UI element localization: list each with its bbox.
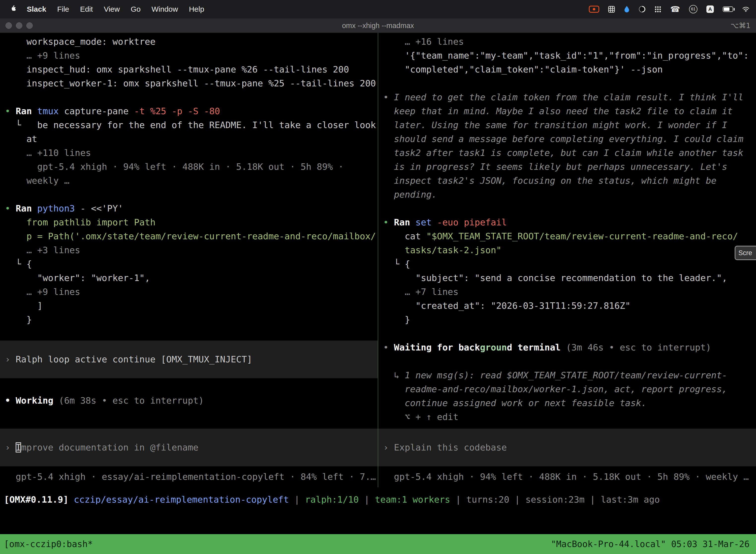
text-segment: session:23m bbox=[525, 494, 584, 505]
wifi-icon[interactable] bbox=[742, 6, 750, 12]
text-segment: } bbox=[383, 315, 410, 325]
terminal-line: } bbox=[0, 313, 378, 327]
text-segment: "subject": "send a concise recommendatio… bbox=[383, 273, 727, 283]
screen: SlackFileEditViewGoWindowHelp bbox=[0, 0, 756, 554]
terminal-line: • Waiting for background terminal (3m 46… bbox=[378, 340, 756, 354]
text-segment: ] bbox=[5, 300, 43, 311]
prompt-row[interactable]: › Improve documentation in @filename bbox=[0, 429, 378, 466]
menu-help[interactable]: Help bbox=[184, 5, 210, 13]
text-segment: task2 after task1 is complete, but can I… bbox=[383, 148, 743, 158]
text-segment: should send a message before completing … bbox=[383, 134, 743, 144]
text-segment: … +3 lines bbox=[5, 245, 80, 255]
right-pane: … +16 lines '{"team_name":"my-team","tas… bbox=[378, 33, 756, 487]
menu-items: SlackFileEditViewGoWindowHelp bbox=[21, 5, 209, 13]
battery-icon[interactable] bbox=[723, 6, 733, 12]
text-segment: • bbox=[383, 217, 394, 227]
grid-app-icon[interactable] bbox=[608, 6, 615, 13]
menu-view[interactable]: View bbox=[98, 5, 125, 13]
text-segment: … +7 lines bbox=[383, 287, 458, 297]
menu-window[interactable]: Window bbox=[146, 5, 184, 13]
titlebar[interactable]: omx --xhigh --madmax ⌥⌘1 bbox=[0, 18, 756, 33]
text-segment: Waiting for back bbox=[394, 342, 480, 352]
blank-line bbox=[378, 327, 756, 340]
text-segment: keep that in mind. Maybe I also need the… bbox=[383, 106, 733, 116]
terminal-line: is in progress? It seems likely but perh… bbox=[378, 160, 756, 174]
prompt-row[interactable]: › Ralph loop active continue [OMX_TMUX_I… bbox=[0, 340, 378, 378]
close-button[interactable] bbox=[5, 22, 12, 29]
text-segment: gpt-5.4 xhigh · essay/ai-reimplementatio… bbox=[5, 472, 376, 482]
menu-file[interactable]: File bbox=[52, 5, 74, 13]
text-segment: inspect_hud: omx sparkshell --tmux-pane … bbox=[5, 64, 349, 74]
omx-status-line: [OMX#0.11.9] cczip/essay/ai-reimplementa… bbox=[0, 493, 756, 507]
text-segment: [OMX#0.11.9] bbox=[4, 494, 74, 505]
apple-menu[interactable] bbox=[6, 5, 21, 14]
text-segment: capture-pane bbox=[59, 106, 134, 116]
terminal-line: … +3 lines bbox=[0, 243, 378, 257]
phone-icon[interactable]: ☎ bbox=[670, 5, 680, 13]
text-segment: is in progress? It seems likely but perh… bbox=[383, 162, 727, 172]
text-segment: cczip/essay/ai-reimplementation-copyleft bbox=[74, 494, 289, 505]
terminal-line: • Ran python3 - <<'PY' bbox=[0, 202, 378, 215]
disc-app-icon[interactable] bbox=[639, 6, 646, 13]
terminal-line: "worker": "worker-1", bbox=[0, 271, 378, 285]
text-segment: › bbox=[5, 442, 16, 452]
pane-status-line: gpt-5.4 xhigh · essay/ai-reimplementatio… bbox=[0, 470, 378, 484]
pane-bottom-group: › Improve documentation in @filename gpt… bbox=[0, 429, 378, 484]
terminal-line: ↳ 1 new msg(s): read $OMX_TEAM_STATE_ROO… bbox=[378, 368, 756, 382]
text-segment: Ran bbox=[16, 203, 37, 214]
text-segment: | bbox=[289, 494, 305, 505]
menu-edit[interactable]: Edit bbox=[75, 5, 99, 13]
text-segment: … +16 lines bbox=[383, 37, 464, 47]
terminal-line: ] bbox=[0, 299, 378, 313]
text-segment: | bbox=[509, 494, 525, 505]
terminal-block: • I need to get the claim token from the… bbox=[378, 90, 756, 202]
terminal-line: └ { bbox=[0, 257, 378, 271]
window-shortcut: ⌥⌘1 bbox=[731, 21, 751, 30]
terminal-block: • Ran tmux capture-pane -t %25 -p -S -80… bbox=[0, 104, 378, 188]
text-segment: | bbox=[450, 494, 466, 505]
terminal-line: gpt-5.4 xhigh · essay/ai-reimplementatio… bbox=[0, 470, 378, 484]
drop-app-icon[interactable] bbox=[624, 5, 630, 13]
window-spacer bbox=[0, 507, 756, 534]
dots-grid-icon[interactable] bbox=[654, 6, 661, 13]
terminal-block: • Waiting for background terminal (3m 46… bbox=[378, 340, 756, 354]
tmux-panes: workspace_mode: worktree … +9 lines insp… bbox=[0, 33, 756, 487]
terminal-block: … +16 lines '{"team_name":"my-team","tas… bbox=[378, 35, 756, 76]
terminal-line: pending. bbox=[378, 188, 756, 202]
terminal-line: keep that in mind. Maybe I also need the… bbox=[378, 104, 756, 118]
screen-recording-indicator-icon[interactable] bbox=[589, 6, 599, 13]
terminal-line: weekly … bbox=[0, 174, 378, 188]
input-source-icon[interactable]: A bbox=[706, 5, 714, 13]
terminal-line: should send a message before completing … bbox=[378, 132, 756, 146]
text-segment: "created_at": "2026-03-31T11:59:27.816Z" bbox=[383, 300, 630, 311]
text-segment: … +9 lines bbox=[5, 287, 80, 297]
terminal-line: • Working (6m 38s • esc to interrupt) bbox=[0, 394, 378, 407]
text-segment: • bbox=[5, 203, 16, 214]
terminal-line: } bbox=[378, 313, 756, 327]
text-segment: └ { bbox=[383, 259, 410, 269]
prompt-row[interactable]: › Explain this codebase bbox=[378, 429, 756, 466]
text-segment: -t %25 -p -S -80 bbox=[134, 106, 220, 116]
text-segment: › bbox=[383, 442, 394, 452]
terminal-window: omx --xhigh --madmax ⌥⌘1 workspace_mode:… bbox=[0, 18, 756, 554]
text-segment: inspect task2's JSON, focusing on the st… bbox=[383, 175, 716, 186]
text-segment: workspace_mode: worktree bbox=[5, 37, 155, 47]
minimize-button[interactable] bbox=[16, 22, 22, 29]
zoom-button[interactable] bbox=[26, 22, 33, 29]
text-segment: Ralph loop active continue [OMX_TMUX_INJ… bbox=[16, 354, 252, 365]
text-segment: tmux bbox=[37, 106, 59, 116]
terminal-block: • Ran python3 - <<'PY' from pathlib impo… bbox=[0, 202, 378, 327]
terminal-line: later. Using the same for transition mig… bbox=[378, 118, 756, 132]
text-segment: -euo pipefail bbox=[437, 217, 507, 227]
menu-go[interactable]: Go bbox=[125, 5, 146, 13]
badge-61-icon[interactable]: 61 bbox=[689, 5, 697, 13]
terminal-line: … +110 lines bbox=[0, 146, 378, 160]
terminal-line: "subject": "send a concise recommendatio… bbox=[378, 271, 756, 285]
screenshot-overlay[interactable]: Scre bbox=[735, 246, 756, 260]
text-segment: | bbox=[585, 494, 601, 505]
text-segment: inspect_worker-1: omx sparkshell --tmux-… bbox=[5, 78, 376, 88]
text-segment: gpt-5.4 xhigh · 94% left · 488K in · 5.1… bbox=[383, 472, 749, 482]
menu-slack[interactable]: Slack bbox=[21, 5, 52, 13]
terminal-line: ⌥ + ↑ edit bbox=[378, 410, 756, 424]
terminal-line: tasks/task-2.json" bbox=[378, 243, 756, 257]
